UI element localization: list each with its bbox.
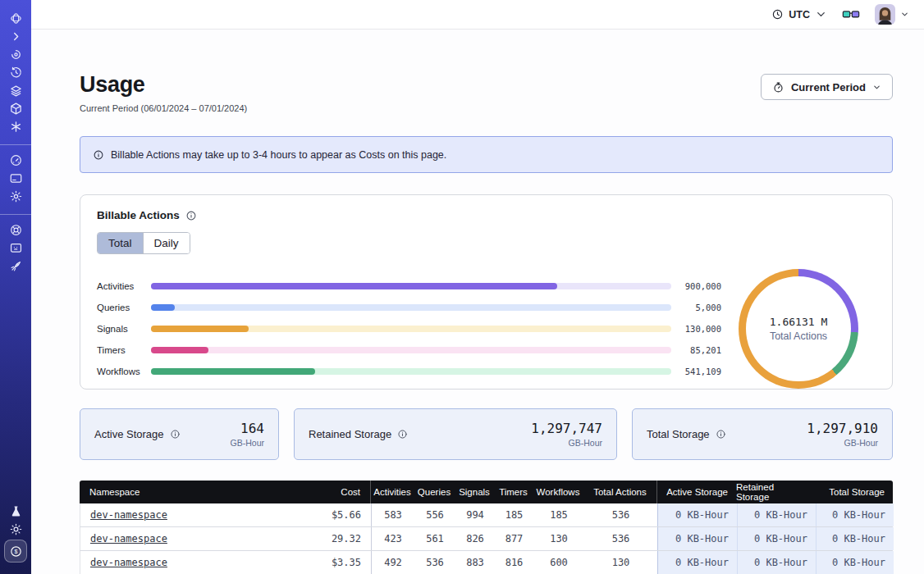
storage-card-value-block: 1,297,910GB-Hour	[807, 421, 878, 448]
info-icon	[93, 149, 104, 161]
storage-card-label-text: Active Storage	[94, 428, 164, 440]
table-cell: 877	[495, 527, 533, 550]
table-cell: dev-namespace	[80, 503, 245, 526]
namespaces-icon[interactable]	[7, 47, 25, 61]
table-row: dev-namespace$3.354925368838166001300 KB…	[80, 551, 893, 574]
bar-fill	[151, 304, 175, 311]
tab-total[interactable]: Total	[98, 233, 143, 253]
content: Usage Current Period (06/01/2024 – 07/01…	[31, 30, 924, 574]
table-cell: 600	[533, 551, 584, 574]
storage-card-label: Total Storage	[647, 428, 726, 440]
gauge-icon[interactable]	[7, 153, 25, 167]
bar-label: Signals	[97, 324, 151, 334]
table-header-cell: Timers	[494, 481, 533, 503]
svg-text:$: $	[14, 549, 17, 555]
table-header-cell: Retained Storage	[736, 481, 815, 503]
storage-card-label: Retained Storage	[309, 428, 408, 440]
table-cell: 816	[495, 551, 533, 574]
bar-value: 130,000	[679, 324, 721, 334]
table-cell: 185	[533, 503, 584, 526]
bar-track	[151, 283, 671, 289]
table-cell: 994	[455, 503, 495, 526]
clock-icon	[771, 8, 784, 20]
table-cell: 0 KB-Hour	[816, 551, 894, 574]
storage-card-unit: GB-Hour	[231, 438, 264, 448]
expand-chevron-icon[interactable]	[7, 29, 25, 43]
dollar-coin-icon[interactable]: $	[4, 540, 27, 563]
table-header-row: NamespaceCostActivitiesQueriesSignalsTim…	[80, 481, 893, 503]
storage-card-value: 1,297,910	[807, 421, 878, 436]
table-cell: $5.66	[245, 503, 372, 526]
donut-total-label: Total Actions	[770, 330, 827, 342]
sun-icon[interactable]	[7, 522, 25, 536]
namespace-link[interactable]: dev-namespace	[90, 557, 167, 568]
sidebar: $	[0, 0, 31, 574]
bar-track	[151, 304, 671, 311]
table-cell: 0 KB-Hour	[658, 503, 737, 526]
temporal-logo-icon[interactable]	[7, 11, 25, 25]
table-cell: 0 KB-Hour	[737, 551, 816, 574]
avatar	[875, 4, 895, 25]
billable-bars-chart: Activities900,000Queries5,000Signals130,…	[97, 276, 721, 382]
bar-fill	[151, 283, 557, 289]
chevron-down-icon	[872, 83, 881, 92]
history-clock-icon[interactable]	[7, 65, 25, 80]
lifebuoy-icon[interactable]	[7, 222, 25, 237]
table-cell: 29.32	[245, 527, 372, 550]
table-body: dev-namespace$5.665835569941851855360 KB…	[80, 503, 893, 574]
bar-label: Queries	[97, 303, 151, 312]
bar-row-activities: Activities900,000	[97, 276, 721, 297]
credit-card-icon[interactable]	[7, 171, 25, 185]
gear-icon[interactable]	[7, 189, 25, 203]
info-icon[interactable]	[397, 429, 408, 440]
namespace-link[interactable]: dev-namespace	[90, 533, 167, 544]
table-cell: 130	[533, 527, 584, 550]
bar-label: Workflows	[97, 367, 151, 376]
bar-row-signals: Signals130,000	[97, 318, 721, 339]
table-cell: 0 KB-Hour	[658, 551, 737, 574]
layers-icon[interactable]	[7, 83, 25, 98]
table-cell: 556	[414, 503, 455, 526]
table-cell: 536	[584, 503, 658, 526]
namespace-usage-table: NamespaceCostActivitiesQueriesSignalsTim…	[80, 481, 893, 574]
bar-row-queries: Queries5,000	[97, 297, 721, 318]
timezone-selector[interactable]: UTC	[771, 8, 827, 20]
rocket-icon[interactable]	[7, 258, 25, 273]
storage-card-unit: GB-Hour	[807, 438, 878, 448]
info-icon[interactable]	[716, 429, 726, 440]
table-cell: 536	[414, 551, 455, 574]
bar-row-workflows: Workflows541,109	[97, 361, 721, 382]
table-header-cell: Queries	[414, 481, 455, 503]
demo-glasses-icon[interactable]	[842, 7, 860, 22]
table-cell: $3.35	[245, 551, 372, 574]
asterisk-icon[interactable]	[7, 119, 25, 134]
table-cell: 130	[584, 551, 658, 574]
storage-card-value: 164	[231, 421, 264, 436]
table-header-cell: Total Storage	[815, 481, 893, 503]
topbar: UTC	[31, 0, 924, 30]
table-header-cell: Active Storage	[657, 481, 736, 503]
total-daily-toggle: TotalDaily	[97, 232, 190, 254]
info-icon[interactable]	[170, 429, 181, 440]
bar-label: Activities	[97, 281, 151, 291]
flask-icon[interactable]	[7, 503, 25, 518]
sidebar-divider	[0, 214, 31, 215]
tab-daily[interactable]: Daily	[143, 233, 190, 253]
namespace-link[interactable]: dev-namespace	[90, 509, 167, 521]
monitor-icon[interactable]	[7, 240, 25, 255]
billable-actions-card: Billable Actions TotalDaily Activities90…	[80, 194, 893, 390]
cube-icon[interactable]	[7, 101, 25, 116]
table-cell: 536	[584, 527, 658, 550]
table-header-cell: Total Actions	[583, 481, 657, 503]
main-area: UTC Usage Current Period (06/01/2024 – 0…	[31, 0, 924, 574]
info-icon[interactable]	[185, 210, 197, 221]
total-actions-donut: 1.66131 M Total Actions	[721, 269, 876, 389]
table-cell: 826	[455, 527, 495, 550]
table-row: dev-namespace29.324235618268771305360 KB…	[80, 527, 893, 551]
storage-card-value: 1,297,747	[531, 421, 602, 436]
storage-card-value-block: 1,297,747GB-Hour	[531, 421, 602, 448]
user-menu[interactable]	[875, 4, 909, 25]
table-header-cell: Workflows	[533, 481, 583, 503]
period-selector-button[interactable]: Current Period	[761, 74, 893, 100]
app-root: $ UTC Usage Current Period (06/0	[0, 0, 924, 574]
